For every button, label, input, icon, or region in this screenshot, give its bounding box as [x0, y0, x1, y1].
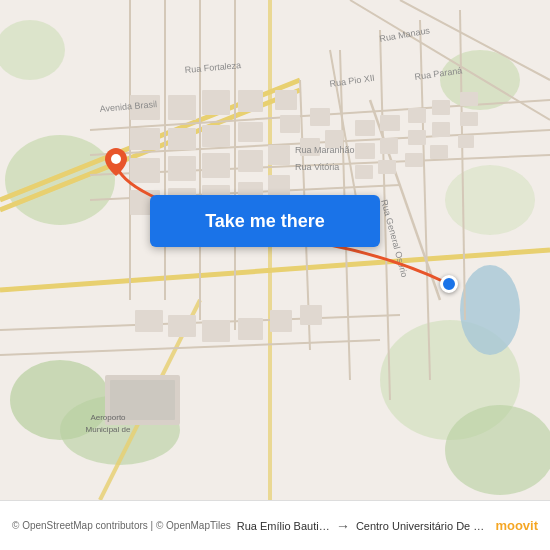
svg-rect-47 — [202, 153, 230, 178]
svg-rect-77 — [300, 305, 322, 325]
from-location: Rua Emílio Bautitz, ... — [237, 520, 330, 532]
svg-point-9 — [460, 265, 520, 355]
svg-text:Municipal de: Municipal de — [86, 425, 131, 434]
svg-rect-68 — [378, 160, 396, 174]
copyright-text: © OpenStreetMap contributors | © OpenMap… — [12, 520, 231, 531]
svg-rect-76 — [270, 310, 292, 332]
svg-rect-40 — [168, 128, 196, 150]
svg-rect-38 — [275, 90, 297, 110]
svg-text:Rua Maranhão: Rua Maranhão — [295, 145, 355, 155]
take-me-there-button[interactable]: Take me there — [150, 195, 380, 247]
svg-rect-66 — [460, 112, 478, 126]
svg-rect-36 — [202, 90, 230, 115]
svg-text:Rua Vitória: Rua Vitória — [295, 162, 339, 172]
svg-rect-72 — [135, 310, 163, 332]
svg-rect-74 — [202, 320, 230, 342]
svg-rect-69 — [405, 153, 423, 167]
destination-pin — [105, 148, 127, 176]
svg-rect-65 — [432, 122, 450, 137]
svg-rect-35 — [168, 95, 196, 120]
svg-rect-60 — [432, 100, 450, 115]
svg-rect-75 — [238, 318, 263, 340]
svg-rect-59 — [408, 108, 426, 123]
bottom-bar: © OpenStreetMap contributors | © OpenMap… — [0, 500, 550, 550]
svg-rect-71 — [458, 135, 474, 148]
svg-rect-42 — [238, 122, 263, 142]
svg-rect-49 — [268, 145, 290, 165]
map-background: Rua Fortaleza Avenida Brasil Rua Manaus … — [0, 0, 550, 500]
svg-point-1 — [5, 135, 115, 225]
svg-rect-46 — [168, 156, 196, 181]
svg-rect-43 — [280, 115, 300, 133]
svg-point-8 — [445, 165, 535, 235]
svg-rect-39 — [130, 128, 160, 150]
svg-rect-62 — [355, 143, 375, 159]
svg-rect-57 — [355, 120, 375, 136]
svg-rect-45 — [130, 158, 160, 183]
svg-rect-41 — [202, 125, 230, 147]
to-location: Centro Universitário De Casc... — [356, 520, 490, 532]
svg-point-90 — [111, 154, 121, 164]
svg-rect-44 — [310, 108, 330, 126]
svg-text:Aeroporto: Aeroporto — [90, 413, 126, 422]
svg-rect-37 — [238, 90, 263, 112]
arrow-icon: → — [336, 518, 350, 534]
moovit-logo: moovit — [495, 518, 538, 533]
svg-rect-64 — [408, 130, 426, 145]
svg-rect-70 — [430, 145, 448, 159]
svg-point-6 — [445, 405, 550, 495]
svg-point-2 — [440, 50, 520, 110]
svg-rect-48 — [238, 150, 263, 172]
svg-rect-58 — [380, 115, 400, 131]
map-view: Rua Fortaleza Avenida Brasil Rua Manaus … — [0, 0, 550, 500]
svg-rect-73 — [168, 315, 196, 337]
origin-dot — [440, 275, 458, 293]
svg-rect-56 — [268, 175, 290, 197]
svg-rect-63 — [380, 138, 398, 154]
svg-rect-61 — [460, 92, 478, 106]
svg-rect-67 — [355, 165, 373, 179]
